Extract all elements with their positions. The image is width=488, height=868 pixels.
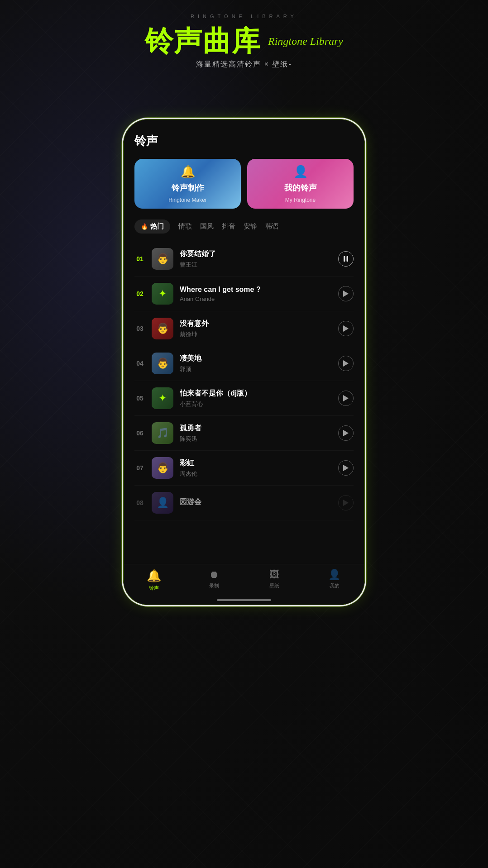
song-name: 园游会 xyxy=(180,497,332,507)
play-button[interactable] xyxy=(338,495,354,510)
svg-marker-4 xyxy=(343,360,349,367)
wallpaper-nav-icon: 🖼 xyxy=(269,569,279,581)
my-ringtone-title-en: My Ringtone xyxy=(285,197,316,203)
pause-button[interactable] xyxy=(338,251,354,267)
song-name: 彩虹 xyxy=(180,458,332,468)
my-ringtone-card[interactable]: 👤 我的铃声 My Ringtone xyxy=(247,159,354,209)
phone-inner: 铃声 🔔 铃声制作 Ringtone Maker 👤 我的铃声 My Ringt… xyxy=(123,119,365,605)
my-ringtone-title-cn: 我的铃声 xyxy=(284,182,317,193)
fire-icon: 🔥 xyxy=(141,223,148,230)
ringtone-maker-title-cn: 铃声制作 xyxy=(172,182,204,193)
song-info: Where can I get some ? Arian Grande xyxy=(180,286,332,302)
play-button[interactable] xyxy=(338,425,354,441)
svg-marker-8 xyxy=(343,500,349,506)
wallpaper-nav-label: 壁纸 xyxy=(269,582,279,589)
song-number: 04 xyxy=(134,360,145,367)
song-artist: 曹王江 xyxy=(180,261,332,269)
song-thumbnail: 👤 xyxy=(152,492,173,514)
song-list: 01 👨 你要结婚了 曹王江 xyxy=(134,242,354,520)
header: RINGTONE LIBRARY 铃声曲库 Ringtone Library 海… xyxy=(0,14,488,69)
song-thumbnail: 👨 xyxy=(152,318,173,339)
nav-ringtone[interactable]: 🔔 铃声 xyxy=(124,569,184,591)
ringtone-nav-label: 铃声 xyxy=(149,585,159,591)
bottom-nav: 🔔 铃声 ⏺ 录制 🖼 壁纸 👤 我的 xyxy=(124,564,364,605)
song-name: 没有意外 xyxy=(180,319,332,329)
song-item: 04 👨 凄美地 郭顶 xyxy=(134,346,354,381)
song-number: 01 xyxy=(134,255,145,262)
song-item: 02 ✦ Where can I get some ? Arian Grande xyxy=(134,277,354,311)
song-name: 凄美地 xyxy=(180,354,332,363)
song-info: 凄美地 郭顶 xyxy=(180,354,332,373)
song-item: 03 👨 没有意外 蔡徐坤 xyxy=(134,311,354,346)
svg-marker-7 xyxy=(343,465,349,471)
song-name: 孤勇者 xyxy=(180,424,332,433)
nav-record[interactable]: ⏺ 录制 xyxy=(184,569,244,589)
tab-chinese[interactable]: 国风 xyxy=(200,220,214,233)
tab-douyin[interactable]: 抖音 xyxy=(222,220,235,233)
ringtone-maker-title-en: Ringtone Maker xyxy=(168,197,207,203)
song-artist: 蔡徐坤 xyxy=(180,330,332,339)
song-number: 07 xyxy=(134,464,145,472)
nav-mine[interactable]: 👤 我的 xyxy=(304,569,364,589)
mine-nav-icon: 👤 xyxy=(328,569,340,581)
tab-love[interactable]: 情歌 xyxy=(178,220,192,233)
header-desc: 海量精选高清铃声 × 壁纸- xyxy=(0,60,488,69)
song-item: 08 👤 园游会 xyxy=(134,486,354,520)
cards-row: 🔔 铃声制作 Ringtone Maker 👤 我的铃声 My Ringtone xyxy=(134,159,354,209)
svg-rect-0 xyxy=(344,256,345,262)
play-button[interactable] xyxy=(338,460,354,476)
song-thumbnail: ✦ xyxy=(152,283,173,305)
screen: 铃声 🔔 铃声制作 Ringtone Maker 👤 我的铃声 My Ringt… xyxy=(124,119,364,564)
song-item: 06 🎵 孤勇者 陈奕迅 xyxy=(134,416,354,451)
song-artist: 郭顶 xyxy=(180,365,332,373)
song-number: 02 xyxy=(134,290,145,297)
category-tabs: 🔥 热门 情歌 国风 抖音 安静 韩语 xyxy=(134,219,354,234)
svg-marker-6 xyxy=(343,430,349,436)
song-number: 06 xyxy=(134,429,145,437)
song-thumbnail: 👨 xyxy=(152,248,173,270)
song-thumbnail: 👨 xyxy=(152,457,173,479)
play-button[interactable] xyxy=(338,321,354,336)
song-item: 01 👨 你要结婚了 曹王江 xyxy=(134,242,354,277)
svg-marker-5 xyxy=(343,395,349,401)
song-artist: 陈奕迅 xyxy=(180,435,332,443)
nav-wallpaper[interactable]: 🖼 壁纸 xyxy=(244,569,304,589)
record-nav-icon: ⏺ xyxy=(209,569,219,581)
song-info: 没有意外 蔡徐坤 xyxy=(180,319,332,339)
mine-nav-label: 我的 xyxy=(330,582,340,589)
home-indicator xyxy=(217,599,271,601)
screen-title: 铃声 xyxy=(134,133,354,149)
tab-quiet[interactable]: 安静 xyxy=(244,220,257,233)
tab-hot[interactable]: 🔥 热门 xyxy=(134,219,170,234)
song-name: Where can I get some ? xyxy=(180,286,332,294)
song-info: 孤勇者 陈奕迅 xyxy=(180,424,332,443)
ringtone-nav-icon: 🔔 xyxy=(147,569,161,583)
song-item: 05 ✦ 怕来者不是你（dj版） 小蓝背心 xyxy=(134,381,354,416)
song-name: 怕来者不是你（dj版） xyxy=(180,389,332,398)
song-artist: Arian Grande xyxy=(180,296,332,302)
svg-marker-2 xyxy=(343,291,349,297)
song-name: 你要结婚了 xyxy=(180,249,332,259)
phone-frame: 铃声 🔔 铃声制作 Ringtone Maker 👤 我的铃声 My Ringt… xyxy=(122,118,366,606)
ringtone-maker-card[interactable]: 🔔 铃声制作 Ringtone Maker xyxy=(134,159,241,209)
tab-korean[interactable]: 韩语 xyxy=(265,220,279,233)
bell-icon: 🔔 xyxy=(181,165,195,179)
song-number: 08 xyxy=(134,499,145,506)
song-artist: 周杰伦 xyxy=(180,470,332,478)
header-title-en: Ringtone Library xyxy=(268,35,343,48)
svg-marker-3 xyxy=(343,325,349,332)
play-button[interactable] xyxy=(338,356,354,371)
person-icon: 👤 xyxy=(293,165,308,179)
svg-rect-1 xyxy=(347,256,349,262)
song-number: 05 xyxy=(134,395,145,402)
song-number: 03 xyxy=(134,325,145,332)
header-title-cn: 铃声曲库 xyxy=(145,27,261,55)
record-nav-label: 录制 xyxy=(209,582,219,589)
header-subtitle: RINGTONE LIBRARY xyxy=(0,14,488,19)
song-artist: 小蓝背心 xyxy=(180,400,332,408)
song-info: 怕来者不是你（dj版） 小蓝背心 xyxy=(180,389,332,408)
song-thumbnail: ✦ xyxy=(152,387,173,409)
play-button[interactable] xyxy=(338,286,354,301)
play-button[interactable] xyxy=(338,391,354,406)
song-info: 彩虹 周杰伦 xyxy=(180,458,332,478)
